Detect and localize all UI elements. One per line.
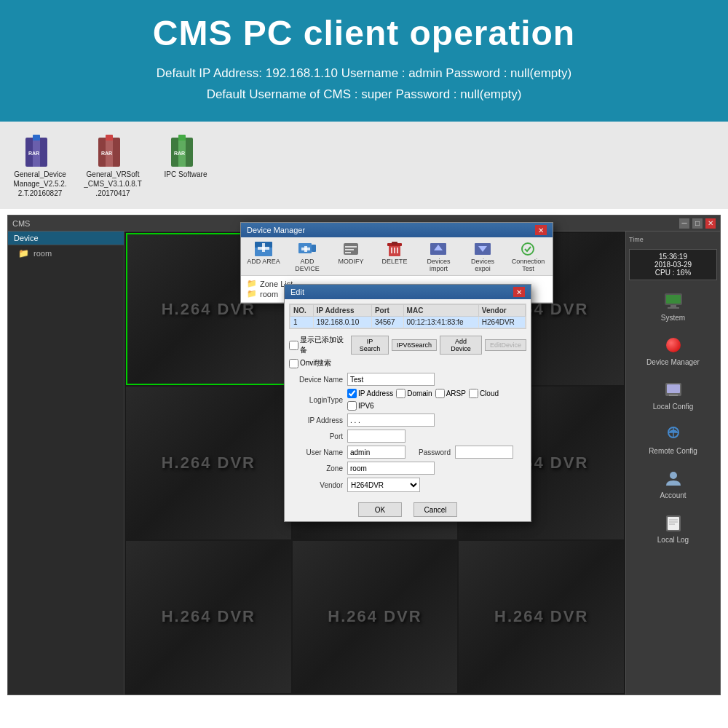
svg-rect-33 bbox=[312, 245, 316, 252]
local-log-btn[interactable]: Local Log bbox=[629, 508, 717, 547]
device-name-label: Device Name bbox=[290, 376, 343, 384]
dvr-cell-8-text: H.264 DVR bbox=[328, 607, 422, 626]
minimize-btn[interactable]: ─ bbox=[679, 218, 689, 229]
svg-point-50 bbox=[522, 243, 534, 255]
login-type-cloud[interactable]: Cloud bbox=[469, 389, 499, 398]
add-area-btn[interactable]: ADD AREA bbox=[245, 240, 282, 272]
dvr-cell-9-text: H.264 DVR bbox=[494, 607, 588, 626]
connection-test-icon bbox=[518, 240, 538, 258]
dvr-cell-9[interactable]: H.264 DVR bbox=[459, 541, 624, 693]
system-btn[interactable]: System bbox=[629, 286, 717, 325]
username-label: User Name bbox=[290, 448, 343, 456]
delete-btn[interactable]: DELETE bbox=[376, 240, 413, 272]
svg-rect-2 bbox=[33, 135, 40, 141]
page-title: CMS PC client operation bbox=[22, 13, 706, 53]
login-type-ipv6-input[interactable] bbox=[347, 401, 357, 411]
edit-device-btn[interactable]: EditDevice bbox=[485, 339, 526, 351]
svg-rect-35 bbox=[301, 248, 310, 250]
password-input[interactable] bbox=[455, 446, 513, 459]
login-type-domain[interactable]: Domain bbox=[396, 389, 432, 398]
winrar-icon-2: RAR bbox=[95, 135, 130, 170]
password-label: Password bbox=[410, 448, 451, 456]
desktop-icon-1[interactable]: RAR General_DeviceManage_V2.5.2.2.T.2016… bbox=[15, 135, 66, 202]
onvif-checkbox[interactable]: Onvif搜索 bbox=[289, 358, 331, 368]
login-type-arsp[interactable]: ARSP bbox=[435, 389, 466, 398]
svg-text:RAR: RAR bbox=[28, 151, 39, 156]
subtitle-line2: Default Username of CMS : super Password… bbox=[22, 84, 706, 106]
login-type-domain-label: Domain bbox=[407, 389, 432, 397]
local-log-icon bbox=[662, 511, 685, 534]
desktop-icon-3[interactable]: RAR IPC Software bbox=[160, 135, 211, 202]
table-row[interactable]: 1 192.168.0.10 34567 00:12:13:41:83:fe H… bbox=[290, 317, 526, 328]
ipv6-search-btn[interactable]: IPV6Search bbox=[392, 339, 437, 351]
account-btn[interactable]: Account bbox=[629, 464, 717, 502]
cell-vendor: H264DVR bbox=[478, 317, 525, 328]
login-type-ipv6-label: IPV6 bbox=[358, 402, 374, 410]
login-type-ip[interactable]: IP Address bbox=[347, 389, 393, 398]
cms-window-title: CMS bbox=[12, 219, 30, 228]
ip-search-btn[interactable]: IP Search bbox=[351, 336, 389, 355]
device-manager-btn-label: Device Manager bbox=[646, 358, 700, 366]
login-type-arsp-input[interactable] bbox=[435, 389, 445, 398]
login-type-ip-input[interactable] bbox=[347, 389, 357, 398]
modify-btn[interactable]: MODIFY bbox=[333, 240, 369, 272]
onvif-input[interactable] bbox=[289, 359, 298, 368]
ip-address-input[interactable] bbox=[347, 414, 435, 427]
sidebar-item-room[interactable]: 📁 room bbox=[8, 245, 124, 261]
dvr-cell-7-text: H.264 DVR bbox=[162, 607, 256, 626]
username-input[interactable] bbox=[347, 446, 405, 459]
show-added-checkbox[interactable]: 显示已添加设备 bbox=[289, 335, 348, 355]
ip-address-label: IP Address bbox=[290, 416, 343, 424]
port-input[interactable] bbox=[347, 430, 405, 443]
login-type-ipv6[interactable]: IPV6 bbox=[347, 401, 374, 411]
remote-config-icon bbox=[662, 422, 685, 446]
device-manager-titlebar: Device Manager ✕ bbox=[241, 223, 553, 237]
svg-rect-13 bbox=[666, 295, 681, 304]
time-header: Time bbox=[629, 236, 644, 243]
connection-test-btn-label: Connection Test bbox=[508, 258, 548, 272]
add-device-btn[interactable]: ADD DEVICE bbox=[289, 240, 325, 272]
cms-sidebar: Device 📁 room bbox=[8, 232, 124, 695]
cancel-button[interactable]: Cancel bbox=[414, 502, 457, 517]
close-btn[interactable]: ✕ bbox=[705, 218, 716, 229]
login-type-cloud-input[interactable] bbox=[469, 389, 478, 398]
modify-btn-label: MODIFY bbox=[339, 258, 364, 265]
maximize-btn[interactable]: □ bbox=[692, 218, 703, 229]
device-manager-close-btn[interactable]: ✕ bbox=[535, 225, 547, 235]
remote-config-btn-label: Remote Config bbox=[649, 447, 697, 455]
zone-room-label: room bbox=[260, 290, 278, 298]
time-display: 15:36:19 2018-03-29 CPU : 16% bbox=[629, 249, 717, 280]
local-config-btn-label: Local Config bbox=[653, 403, 694, 411]
vendor-select[interactable]: H264DVR H265DVR Generic bbox=[347, 478, 420, 492]
username-row: User Name Password bbox=[290, 446, 525, 459]
dvr-cell-4[interactable]: H.264 DVR bbox=[126, 387, 291, 539]
device-name-input[interactable] bbox=[347, 373, 435, 386]
local-config-btn[interactable]: Local Config bbox=[629, 375, 717, 414]
ip-address-row: IP Address bbox=[290, 414, 525, 427]
account-icon bbox=[662, 467, 685, 490]
edit-search-row: 显示已添加设备 IP Search IPV6Search Add Device … bbox=[285, 333, 531, 357]
dvr-cell-8[interactable]: H.264 DVR bbox=[293, 541, 458, 693]
devices-export-btn[interactable]: Devices expoi bbox=[464, 240, 501, 272]
show-added-input[interactable] bbox=[289, 341, 298, 350]
add-device-btn-label: ADD DEVICE bbox=[289, 258, 325, 272]
dvr-cell-7[interactable]: H.264 DVR bbox=[126, 541, 291, 693]
cell-port: 34567 bbox=[371, 317, 403, 328]
zone-input[interactable] bbox=[347, 462, 435, 475]
ok-button[interactable]: OK bbox=[358, 502, 402, 517]
login-type-cloud-label: Cloud bbox=[480, 389, 499, 397]
edit-bottom-buttons: OK Cancel bbox=[285, 498, 531, 521]
delete-btn-label: DELETE bbox=[381, 258, 407, 265]
remote-config-btn[interactable]: Remote Config bbox=[629, 419, 717, 458]
connection-test-btn[interactable]: Connection Test bbox=[508, 240, 548, 272]
edit-dialog-close-btn[interactable]: ✕ bbox=[513, 287, 525, 297]
edit-dialog: Edit ✕ NO. IP Address Port MAC Vendor 1 … bbox=[284, 284, 531, 522]
desktop-icon-2[interactable]: RAR General_VRSoft_CMS_V3.1.0.8.T.201704… bbox=[87, 135, 138, 202]
device-manager-btn[interactable]: Device Manager bbox=[629, 331, 717, 369]
add-device-form-btn[interactable]: Add Device bbox=[440, 336, 482, 355]
devices-import-btn-label: Devices import bbox=[420, 258, 457, 272]
devices-import-icon bbox=[428, 240, 448, 258]
login-type-domain-input[interactable] bbox=[396, 389, 405, 398]
devices-import-btn[interactable]: Devices import bbox=[420, 240, 457, 272]
winrar-icon-3: RAR bbox=[168, 135, 203, 170]
